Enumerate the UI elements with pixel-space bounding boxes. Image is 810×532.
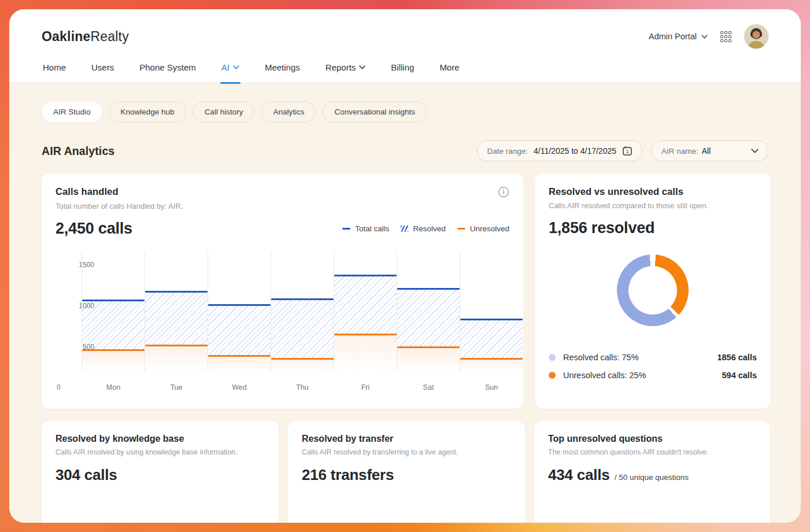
transfer-value: 216 transfers <box>302 466 394 484</box>
nav-item-billing[interactable]: Billing <box>390 57 415 83</box>
nav-item-meetings[interactable]: Meetings <box>264 57 301 83</box>
resolved-band <box>208 306 271 355</box>
day-column-sun: Sun <box>460 252 523 371</box>
gradient-frame: OaklineRealty Admin Portal <box>0 0 810 532</box>
rvu-title: Resolved vs unresolved calls <box>549 186 757 197</box>
brand-regular: Realty <box>91 29 129 44</box>
nav-label: Phone System <box>139 62 196 72</box>
topbar-right: Admin Portal <box>649 24 768 49</box>
nav-item-home[interactable]: Home <box>42 57 67 83</box>
pill-call-history[interactable]: Call history <box>193 101 255 123</box>
unresolved-line <box>208 355 271 357</box>
brand-logo: OaklineRealty <box>42 29 129 45</box>
y-axis-tick-zero: 0 <box>57 383 61 391</box>
pill-label: Analytics <box>273 108 304 116</box>
pill-air-studio[interactable]: AIR Studio <box>42 101 102 123</box>
admin-portal-label: Admin Portal <box>649 32 697 41</box>
pill-analytics[interactable]: Analytics <box>261 101 316 123</box>
topbar: OaklineRealty Admin Portal <box>9 9 801 54</box>
resolved-band <box>397 290 460 346</box>
kb-value: 304 calls <box>56 466 117 484</box>
x-axis-label: Sun <box>460 383 523 391</box>
resolved-band <box>82 301 145 349</box>
unresolved-band <box>334 335 397 371</box>
avatar[interactable] <box>744 24 768 49</box>
resolved-band <box>334 276 397 334</box>
unresolved-line <box>82 349 145 351</box>
total-calls-line <box>460 319 523 320</box>
legend-unresolved-calls: Unresolved calls: 25% 594 calls <box>549 371 757 380</box>
admin-portal-dropdown[interactable]: Admin Portal <box>649 32 708 41</box>
nav-label: Reports <box>326 62 356 72</box>
total-calls-line <box>397 288 460 290</box>
calls-handled-value: 2,450 calls <box>56 220 132 238</box>
total-calls-line <box>334 275 397 276</box>
date-range-value: 4/11/2025 to 4/17/2025 <box>534 146 616 156</box>
calls-handled-title: Calls handled <box>56 186 119 197</box>
unresolved-band <box>145 346 208 371</box>
filters: Date range: 4/11/2025 to 4/17/2025 1 AIR… <box>477 141 768 161</box>
unresolved-line <box>271 358 334 360</box>
legend-label: Resolved <box>413 224 445 233</box>
day-column-thu: Thu <box>271 252 334 371</box>
nav-item-users[interactable]: Users <box>90 57 115 83</box>
x-axis-label: Thu <box>271 383 334 391</box>
legend-label: Unresolved calls: 25% <box>563 371 646 380</box>
brand-bold: Oakline <box>42 29 91 44</box>
air-name-select[interactable]: AIR name: All <box>652 141 768 161</box>
pill-knowledge-hub[interactable]: Knowledge hub <box>109 101 186 123</box>
nav-item-more[interactable]: More <box>438 57 460 83</box>
unresolved-line <box>145 345 208 346</box>
app-window: OaklineRealty Admin Portal <box>9 9 801 523</box>
chevron-down-icon <box>233 65 239 69</box>
nav-item-ai[interactable]: AI <box>220 57 241 83</box>
day-column-mon: Mon <box>82 252 145 371</box>
top-unresolved-card: Top unresolved questions The most common… <box>534 421 770 523</box>
date-range-picker[interactable]: Date range: 4/11/2025 to 4/17/2025 1 <box>477 141 642 161</box>
legend-label: Resolved calls: 75% <box>563 353 639 362</box>
unresolved-line <box>460 358 523 360</box>
kb-subtitle: Calls AIR resolved by using knowledge ba… <box>56 448 265 456</box>
total-calls-line <box>82 300 145 301</box>
info-icon[interactable] <box>498 186 509 198</box>
resolved-band <box>145 293 208 345</box>
unresolved-band <box>397 348 460 371</box>
total-calls-line <box>208 304 271 306</box>
air-name-label: AIR name: <box>661 147 698 156</box>
x-axis-label: Wed <box>208 383 271 391</box>
nav-item-reports[interactable]: Reports <box>324 57 367 83</box>
subnav-pills: AIR Studio Knowledge hub Call history An… <box>42 101 768 123</box>
pill-label: AIR Studio <box>53 108 91 116</box>
legend-resolved-calls: Resolved calls: 75% 1856 calls <box>549 353 757 362</box>
chevron-down-icon <box>751 149 759 153</box>
donut-legend: Resolved calls: 75% 1856 calls Unresolve… <box>549 353 757 380</box>
air-name-value: All <box>702 146 711 156</box>
nav-item-phone-system[interactable]: Phone System <box>138 57 197 83</box>
content-area: AIR Studio Knowledge hub Call history An… <box>9 83 801 523</box>
day-column-fri: Fri <box>334 252 397 371</box>
resolved-dot <box>549 354 556 361</box>
page-head: AIR Analytics Date range: 4/11/2025 to 4… <box>42 141 768 161</box>
chevron-down-icon <box>359 65 365 69</box>
legend-label: Unresolved <box>470 224 509 233</box>
resolved-band <box>460 320 523 358</box>
day-column-wed: Wed <box>208 252 271 371</box>
cards-row-bottom: Resolved by knowledge base Calls AIR res… <box>42 421 768 523</box>
resolved-vs-unresolved-card: Resolved vs unresolved calls Calls AIR r… <box>535 173 771 409</box>
main-nav: Home Users Phone System AI Meetings Repo… <box>9 54 801 83</box>
donut-chart <box>617 254 689 326</box>
nav-label: Meetings <box>265 62 300 72</box>
svg-text:1: 1 <box>626 149 629 154</box>
calls-handled-card: Calls handled Total number of calls Hand… <box>42 173 523 409</box>
cards-row-top: Calls handled Total number of calls Hand… <box>42 173 768 409</box>
pill-conversational-insights[interactable]: Conversational insights <box>323 101 427 123</box>
apps-grid-icon[interactable] <box>720 31 731 42</box>
x-axis-label: Sat <box>397 383 460 391</box>
legend-label: Total calls <box>355 224 389 233</box>
x-axis-label: Tue <box>145 383 208 391</box>
rvu-value: 1,856 resolved <box>549 219 757 237</box>
unresolved-dot <box>549 372 556 379</box>
calls-handled-chart: 500100015000MonTueWedThuFriSatSun <box>56 252 509 396</box>
nav-label: More <box>439 62 459 72</box>
chevron-down-icon <box>701 35 708 39</box>
